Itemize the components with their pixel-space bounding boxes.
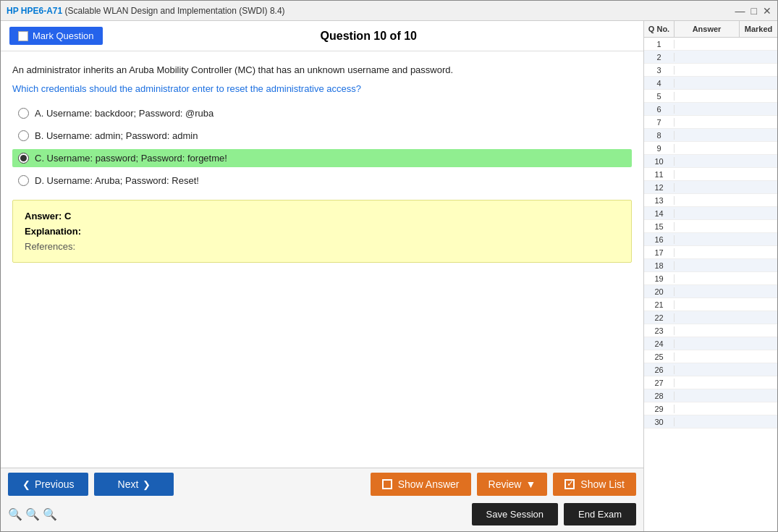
sidebar-list: 1 2 3 4 5 6 7 8 9 10 11 xyxy=(644,38,777,531)
title-bar-text: HP HPE6-A71 (Scalable WLAN Design and Im… xyxy=(7,6,285,16)
sidebar-row[interactable]: 12 xyxy=(644,181,777,194)
sidebar-row[interactable]: 22 xyxy=(644,311,777,324)
sidebar-q-num: 22 xyxy=(644,313,675,322)
zoom-controls: 🔍 🔍 🔍 xyxy=(8,507,57,521)
save-session-label: Save Session xyxy=(486,509,544,520)
show-list-button[interactable]: Show List xyxy=(553,473,636,496)
sidebar-row[interactable]: 15 xyxy=(644,220,777,233)
main-panel: Mark Question Question 10 of 10 An admin… xyxy=(1,21,643,531)
previous-button[interactable]: Previous xyxy=(8,473,88,496)
sidebar-row[interactable]: 13 xyxy=(644,194,777,207)
sidebar-row[interactable]: 25 xyxy=(644,350,777,363)
sidebar-row[interactable]: 1 xyxy=(644,38,777,51)
option-a-radio[interactable] xyxy=(18,108,29,119)
sidebar-q-num: 27 xyxy=(644,379,675,387)
save-session-button[interactable]: Save Session xyxy=(472,503,559,525)
sidebar-row[interactable]: 4 xyxy=(644,77,777,90)
sidebar-q-num: 23 xyxy=(644,326,675,335)
previous-label: Previous xyxy=(35,478,74,490)
sidebar-row[interactable]: 18 xyxy=(644,259,777,272)
sidebar-row[interactable]: 30 xyxy=(644,415,777,428)
sidebar-row[interactable]: 26 xyxy=(644,363,777,376)
sidebar-q-num: 4 xyxy=(644,79,675,88)
title-bar-controls: — □ ✕ xyxy=(735,5,771,17)
sidebar-q-num: 2 xyxy=(644,53,675,62)
question-sub-text: Which credentials should the administrat… xyxy=(12,83,632,94)
sidebar-q-num: 19 xyxy=(644,274,675,283)
references-label: References: xyxy=(25,241,620,252)
sidebar-q-num: 24 xyxy=(644,339,675,348)
option-b-radio[interactable] xyxy=(18,130,29,141)
sidebar-row[interactable]: 11 xyxy=(644,168,777,181)
show-answer-icon xyxy=(382,479,392,489)
sidebar-row[interactable]: 19 xyxy=(644,272,777,285)
content-area: Mark Question Question 10 of 10 An admin… xyxy=(1,21,777,531)
option-d[interactable]: D. Username: Aruba; Password: Reset! xyxy=(12,172,632,190)
sidebar-row[interactable]: 14 xyxy=(644,207,777,220)
sidebar-row[interactable]: 2 xyxy=(644,51,777,64)
sidebar-q-num: 14 xyxy=(644,209,675,218)
sidebar-row[interactable]: 16 xyxy=(644,233,777,246)
sidebar-row[interactable]: 23 xyxy=(644,324,777,337)
sidebar-row[interactable]: 29 xyxy=(644,402,777,415)
answer-box: Answer: C Explanation: References: xyxy=(12,200,632,263)
sidebar-row[interactable]: 27 xyxy=(644,376,777,389)
sidebar-row[interactable]: 17 xyxy=(644,246,777,259)
sidebar-row[interactable]: 28 xyxy=(644,389,777,402)
question-header: Question 10 of 10 xyxy=(103,30,635,43)
sidebar-row[interactable]: 20 xyxy=(644,285,777,298)
sidebar-q-num: 26 xyxy=(644,366,675,374)
maximize-icon[interactable]: □ xyxy=(751,5,757,17)
minimize-icon[interactable]: — xyxy=(735,5,745,17)
option-a[interactable]: A. Username: backdoor; Password: @ruba xyxy=(12,104,632,122)
sidebar-q-num: 30 xyxy=(644,418,675,426)
sidebar-row[interactable]: 24 xyxy=(644,337,777,350)
toolbar: Mark Question Question 10 of 10 xyxy=(1,21,643,51)
next-button[interactable]: Next xyxy=(94,473,174,496)
sidebar-row[interactable]: 8 xyxy=(644,129,777,142)
sidebar-q-num: 16 xyxy=(644,235,675,244)
mark-checkbox-icon xyxy=(18,31,28,41)
sidebar-row[interactable]: 5 xyxy=(644,90,777,103)
answer-label: Answer: C xyxy=(25,211,620,221)
sidebar-row[interactable]: 9 xyxy=(644,142,777,155)
app-subtitle: (Scalable WLAN Design and Implementation… xyxy=(65,6,285,16)
sidebar-row[interactable]: 21 xyxy=(644,298,777,311)
option-d-label: D. Username: Aruba; Password: Reset! xyxy=(35,175,199,186)
review-button[interactable]: Review ▼ xyxy=(477,473,548,496)
zoom-in-button[interactable]: 🔍 xyxy=(43,507,57,521)
option-b[interactable]: B. Username: admin; Password: admin xyxy=(12,127,632,145)
sidebar-q-num: 17 xyxy=(644,248,675,257)
sidebar-q-num: 21 xyxy=(644,300,675,309)
option-d-radio[interactable] xyxy=(18,175,29,186)
zoom-reset-button[interactable]: 🔍 xyxy=(25,507,40,521)
sidebar-row[interactable]: 3 xyxy=(644,64,777,77)
mark-question-button[interactable]: Mark Question xyxy=(9,27,103,45)
zoom-out-button[interactable]: 🔍 xyxy=(8,507,22,521)
option-c-radio[interactable] xyxy=(18,153,29,164)
sidebar-q-num: 25 xyxy=(644,352,675,361)
end-exam-button[interactable]: End Exam xyxy=(564,503,636,525)
sidebar-qno-header: Q No. xyxy=(644,21,675,37)
sidebar-answer-header: Answer xyxy=(675,21,740,37)
explanation-label: Explanation: xyxy=(25,226,620,237)
close-icon[interactable]: ✕ xyxy=(763,5,771,17)
show-list-checkbox-icon xyxy=(565,479,575,489)
sidebar-row[interactable]: 6 xyxy=(644,103,777,116)
sidebar-row[interactable]: 10 xyxy=(644,155,777,168)
sidebar-q-num: 28 xyxy=(644,392,675,400)
sidebar-q-num: 3 xyxy=(644,66,675,75)
sidebar-q-num: 5 xyxy=(644,92,675,101)
sidebar: Q No. Answer Marked 1 2 3 4 5 6 7 8 xyxy=(643,21,777,531)
option-c[interactable]: C. Username: password; Password: forgetm… xyxy=(12,149,632,167)
show-answer-button[interactable]: Show Answer xyxy=(371,473,471,496)
options-list: A. Username: backdoor; Password: @ruba B… xyxy=(12,104,632,190)
mark-question-label: Mark Question xyxy=(33,30,94,41)
option-b-label: B. Username: admin; Password: admin xyxy=(35,130,198,141)
option-c-label: C. Username: password; Password: forgetm… xyxy=(35,153,227,164)
chevron-right-icon xyxy=(143,478,151,490)
sidebar-q-num: 13 xyxy=(644,196,675,205)
app-name: HP HPE6-A71 xyxy=(7,6,62,16)
show-list-label: Show List xyxy=(580,478,625,490)
sidebar-row[interactable]: 7 xyxy=(644,116,777,129)
